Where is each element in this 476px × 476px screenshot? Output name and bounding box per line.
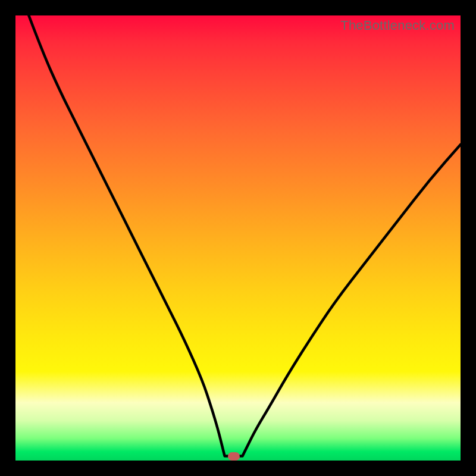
curve-path bbox=[29, 15, 461, 456]
bottleneck-curve bbox=[15, 15, 461, 461]
chart-frame: TheBottleneck.com bbox=[0, 0, 476, 476]
valley-marker bbox=[228, 452, 240, 461]
plot-area: TheBottleneck.com bbox=[15, 15, 461, 461]
